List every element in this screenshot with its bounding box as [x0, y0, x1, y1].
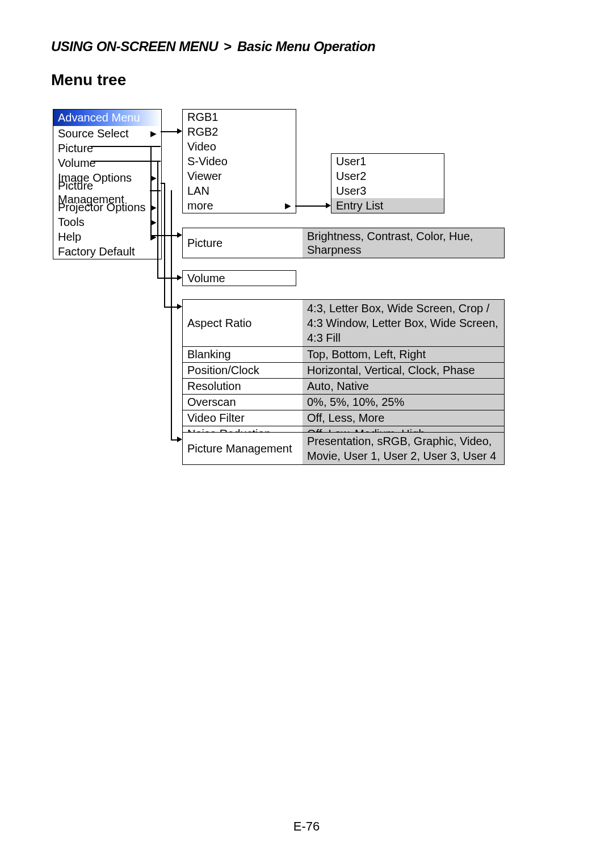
connector-line: [161, 183, 165, 184]
option-label: Overscan: [183, 395, 303, 410]
menu-item-factory-default[interactable]: Factory Default: [53, 244, 161, 259]
list-item-label: User1: [336, 154, 366, 168]
volume-label-row: Volume: [183, 271, 296, 286]
option-values: 4:3, Letter Box, Wide Screen, Crop / 4:3…: [303, 300, 504, 346]
picture-mgmt-values: Presentation, sRGB, Graphic, Video, Movi…: [303, 433, 504, 464]
list-item-label: RGB1: [187, 110, 218, 124]
volume-box: Volume: [182, 270, 296, 286]
connector-line: [157, 278, 179, 279]
list-item-label: Viewer: [187, 169, 222, 183]
source-item-rgb1[interactable]: RGB1: [183, 110, 296, 124]
menu-item-help[interactable]: Help▶: [53, 229, 161, 244]
image-options-box: Aspect Ratio 4:3, Letter Box, Wide Scree…: [182, 299, 505, 442]
advanced-menu-header: Advanced Menu: [53, 110, 161, 126]
source-item-video[interactable]: Video: [183, 139, 296, 154]
menu-item-picture-management[interactable]: Picture Management: [53, 185, 161, 200]
connector-line: [150, 146, 152, 236]
picture-mgmt-label: Picture Management: [183, 433, 303, 464]
list-item-label: RGB2: [187, 125, 218, 139]
menu-item-source-select[interactable]: Source Select▶: [53, 126, 161, 141]
submenu-arrow-icon: ▶: [150, 200, 157, 214]
list-item-label: Entry List: [336, 199, 383, 212]
submenu-arrow-icon: ▶: [285, 199, 291, 212]
menu-item-label: Picture: [58, 141, 93, 155]
option-label: Video Filter: [183, 410, 303, 426]
more-item-entry-list[interactable]: Entry List: [331, 198, 444, 213]
option-label: Position/Clock: [183, 363, 303, 378]
breadcrumb-sep: >: [221, 39, 234, 54]
document-page: USING ON-SCREEN MENU > Basic Menu Operat…: [0, 0, 613, 868]
list-item-label: Video: [187, 140, 216, 153]
option-label: Blanking: [183, 347, 303, 362]
arrowhead-icon: [177, 437, 182, 442]
submenu-arrow-icon: ▶: [150, 127, 157, 140]
breadcrumb-page: Basic Menu Operation: [237, 39, 375, 54]
breadcrumb: USING ON-SCREEN MENU > Basic Menu Operat…: [51, 39, 375, 54]
menu-item-label: Volume: [58, 156, 96, 170]
menu-item-label: Projector Options: [58, 200, 146, 214]
arrowhead-icon: [177, 128, 182, 134]
option-label: Resolution: [183, 379, 303, 394]
menu-item-picture[interactable]: Picture: [53, 141, 161, 156]
more-sources-box: User1 User2 User3 Entry List: [331, 153, 444, 213]
picture-label: Picture: [183, 228, 303, 258]
more-item-user2[interactable]: User2: [331, 169, 444, 183]
list-item-label: S-Video: [187, 154, 228, 168]
arrowhead-icon: [326, 203, 331, 208]
arrowhead-icon: [177, 304, 182, 309]
source-item-viewer[interactable]: Viewer: [183, 169, 296, 183]
option-values: Auto, Native: [303, 379, 504, 394]
menu-item-tools[interactable]: Tools▶: [53, 215, 161, 229]
more-item-user3[interactable]: User3: [331, 183, 444, 198]
list-item-label: more: [187, 199, 213, 212]
arrowhead-icon: [177, 232, 182, 238]
submenu-arrow-icon: ▶: [150, 230, 157, 244]
list-item-label: User2: [336, 169, 366, 183]
option-values: 0%, 5%, 10%, 25%: [303, 395, 504, 410]
option-values: Horizontal, Vertical, Clock, Phase: [303, 363, 504, 378]
menu-item-projector-options[interactable]: Projector Options▶: [53, 200, 161, 215]
picture-mgmt-box: Picture Management Presentation, sRGB, G…: [182, 432, 505, 465]
connector-line: [295, 206, 329, 207]
option-values: Off, Less, More: [303, 410, 504, 426]
connector-line: [150, 235, 179, 236]
breadcrumb-section: USING ON-SCREEN MENU: [51, 39, 218, 54]
menu-item-label: Tools: [58, 215, 85, 229]
connector-line: [164, 183, 165, 307]
menu-item-label: Help: [58, 230, 81, 244]
list-item-label: User3: [336, 184, 366, 198]
option-label: Aspect Ratio: [183, 300, 303, 346]
source-item-rgb2[interactable]: RGB2: [183, 124, 296, 139]
advanced-menu-box: Advanced Menu Source Select▶ Picture Vol…: [53, 109, 162, 259]
page-number: E-76: [0, 819, 613, 834]
connector-line: [171, 190, 172, 440]
menu-item-volume[interactable]: Volume: [53, 156, 161, 170]
source-item-more[interactable]: more▶: [183, 198, 296, 213]
menu-item-label: Factory Default: [58, 245, 135, 258]
page-title: Menu tree: [51, 71, 126, 89]
picture-values: Brightness, Contrast, Color, Hue, Sharpn…: [303, 228, 504, 258]
volume-label: Volume: [187, 271, 225, 285]
source-select-box: RGB1 RGB2 Video S-Video Viewer LAN more▶: [182, 109, 296, 213]
list-item-label: LAN: [187, 184, 209, 198]
source-item-lan[interactable]: LAN: [183, 183, 296, 198]
option-values: Top, Bottom, Left, Right: [303, 347, 504, 362]
submenu-arrow-icon: ▶: [150, 215, 157, 229]
arrowhead-icon: [177, 275, 182, 280]
picture-box: Picture Brightness, Contrast, Color, Hue…: [182, 228, 505, 258]
connector-line: [157, 161, 158, 278]
connector-line: [150, 190, 161, 191]
source-item-svideo[interactable]: S-Video: [183, 154, 296, 169]
more-item-user1[interactable]: User1: [331, 154, 444, 169]
menu-item-label: Source Select: [58, 127, 129, 140]
